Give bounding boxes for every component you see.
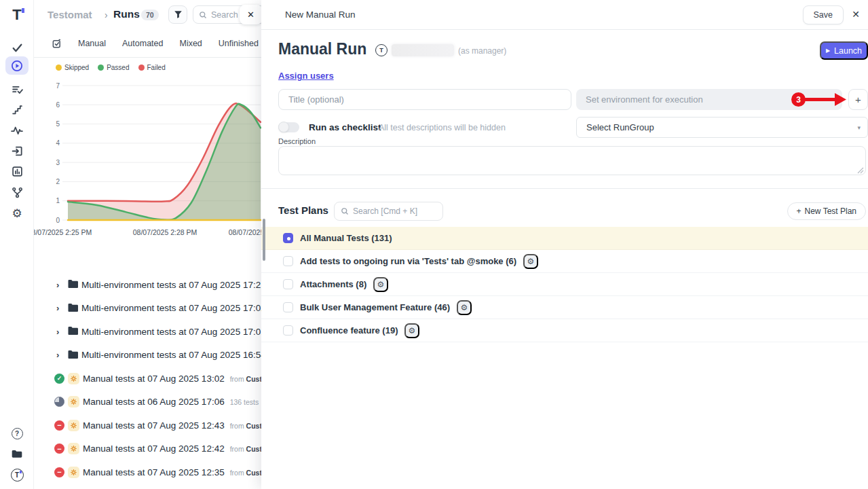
breadcrumb-page[interactable]: Runs (113, 8, 140, 20)
pulse-icon[interactable] (8, 122, 26, 139)
help-icon[interactable]: ? (8, 424, 26, 442)
breadcrumb-app[interactable]: Testomat (48, 9, 92, 20)
projects-icon[interactable] (8, 445, 26, 463)
test-plan-row[interactable]: Bulk User Management Feature (46)⚙ (261, 296, 868, 319)
test-plans-heading: Test Plans (278, 204, 328, 216)
manager-avatar: T (375, 44, 388, 56)
test-plan-checkbox[interactable] (283, 325, 293, 336)
run-source-label: from Custom (230, 469, 261, 477)
add-environment-button[interactable]: + (848, 89, 868, 110)
test-plan-row[interactable]: Confluence feature (19)⚙ (261, 319, 868, 342)
scrollbar-thumb[interactable] (263, 219, 265, 261)
chevron-right-icon[interactable]: › (56, 280, 59, 290)
test-plans-search[interactable] (334, 202, 443, 221)
run-folder-row[interactable]: ›Multi-environment tests at 07 Aug 2025 … (34, 320, 261, 344)
manager-name-redacted (392, 44, 454, 56)
gear-icon[interactable]: ⚙ (8, 204, 26, 222)
run-row[interactable]: −Manual tests at 07 Aug 2025 12:35from C… (34, 460, 261, 484)
test-plan-row[interactable]: Add tests to ongoing run via 'Tests' tab… (261, 250, 868, 273)
run-folder-row[interactable]: ›Multi-environment tests at 07 Aug 2025 … (34, 273, 261, 297)
filter-button[interactable] (168, 5, 187, 24)
run-tests-count: 136 tests (230, 398, 259, 406)
search-icon (199, 11, 207, 19)
x-axis-tick-label: 08/07/2025 2:28 PM (133, 228, 197, 236)
play-icon: ▶ (826, 48, 830, 54)
import-icon[interactable] (8, 142, 26, 160)
close-drawer-icon[interactable]: ✕ (852, 9, 860, 20)
checklist-hint: All test descriptions will be hidden (379, 123, 506, 132)
checklist-icon[interactable] (8, 80, 26, 98)
tab-mixed[interactable]: Mixed (179, 39, 202, 48)
test-plan-label: All Manual Tests (131) (300, 233, 392, 243)
run-title-input[interactable] (278, 89, 571, 110)
run-title: Manual tests at 06 Aug 2025 17:06136 tes… (83, 397, 259, 407)
test-plan-row[interactable]: Attachments (8)⚙ (261, 273, 868, 296)
run-row[interactable]: Manual tests at 06 Aug 2025 17:06136 tes… (34, 391, 261, 414)
test-plan-label: Bulk User Management Feature (46) (300, 302, 450, 312)
analytics-icon[interactable] (8, 162, 26, 180)
legend-item: Passed (98, 64, 129, 71)
run-folder-row[interactable]: ›Multi-environment tests at 07 Aug 2025 … (34, 297, 261, 321)
section-divider (261, 188, 868, 189)
svg-text:4: 4 (56, 139, 60, 147)
check-icon[interactable] (8, 39, 26, 56)
new-test-plan-button[interactable]: + New Test Plan (787, 202, 867, 220)
runs-panel: Testomat › Runs 70 ✕ Manual Automated Mi… (34, 0, 261, 489)
legend-item: Failed (138, 64, 166, 71)
legend-dot-icon (98, 65, 104, 71)
tab-unfinished[interactable]: Unfinished (219, 39, 259, 48)
rungroup-select[interactable]: Select RunGroup ▾ (576, 117, 868, 138)
steps-icon[interactable] (8, 101, 26, 118)
run-source-label: from Custom (230, 375, 261, 383)
profile-avatar[interactable]: T (8, 466, 26, 484)
run-title: Manual tests at 07 Aug 2025 12:42from Cu… (83, 443, 261, 454)
test-plan-settings-gear-icon[interactable]: ⚙ (523, 254, 538, 269)
svg-text:3: 3 (56, 159, 60, 166)
chart-legend: SkippedPassedFailed (56, 64, 166, 71)
run-source-label: from Custom (230, 422, 261, 430)
sidebar: T ⚙ ? (0, 0, 34, 489)
description-label: Description (278, 137, 316, 145)
chevron-right-icon[interactable]: › (56, 350, 59, 360)
test-plan-settings-gear-icon[interactable]: ⚙ (373, 277, 388, 292)
test-plan-checkbox[interactable] (283, 256, 293, 266)
runs-list: ›Multi-environment tests at 07 Aug 2025 … (34, 273, 261, 484)
legend-dot-icon (56, 65, 62, 71)
manual-run-icon (68, 443, 79, 454)
chevron-down-icon: ▾ (857, 124, 861, 131)
close-search-button[interactable]: ✕ (240, 5, 261, 24)
runs-icon[interactable] (8, 57, 26, 75)
run-row[interactable]: −Manual tests at 07 Aug 2025 12:42from C… (34, 437, 261, 461)
launch-button[interactable]: ▶ Launch (820, 41, 868, 60)
runs-count-badge: 70 (141, 10, 159, 20)
save-button[interactable]: Save (803, 5, 844, 24)
run-folder-row[interactable]: ›Multi-environment tests at 07 Aug 2025 … (34, 344, 261, 367)
test-plan-checkbox[interactable] (283, 279, 293, 289)
tab-automated[interactable]: Automated (122, 39, 163, 48)
manual-run-icon (68, 396, 79, 408)
tab-manual[interactable]: Manual (78, 39, 106, 48)
status-failed-icon: − (54, 467, 64, 477)
testomat-logo[interactable]: T (8, 6, 26, 24)
folder-icon (68, 279, 79, 291)
test-plan-checkbox-checked[interactable] (283, 233, 293, 243)
run-title: Manual tests at 07 Aug 2025 12:35from Cu… (83, 467, 261, 477)
description-textarea[interactable] (278, 146, 866, 175)
run-row[interactable]: ✓Manual tests at 07 Aug 2025 13:02from C… (34, 367, 261, 391)
resize-handle-icon[interactable] (857, 167, 864, 174)
test-plan-row[interactable]: All Manual Tests (131) (261, 227, 868, 250)
chevron-right-icon[interactable]: › (56, 327, 59, 337)
run-row[interactable]: −Manual tests at 07 Aug 2025 12:43from C… (34, 414, 261, 437)
branch-icon[interactable] (8, 183, 26, 201)
run-as-checklist-toggle[interactable] (278, 122, 299, 132)
assign-users-link[interactable]: Assign users (278, 71, 334, 81)
test-plans-list: All Manual Tests (131)Add tests to ongoi… (261, 227, 868, 342)
chevron-right-icon[interactable]: › (56, 303, 59, 313)
test-plan-checkbox[interactable] (283, 302, 293, 312)
test-plan-settings-gear-icon[interactable]: ⚙ (457, 300, 472, 315)
drawer-title: New Manual Run (285, 10, 356, 20)
search-icon (341, 207, 349, 215)
test-plans-search-input[interactable] (353, 206, 428, 216)
test-plan-settings-gear-icon[interactable]: ⚙ (404, 323, 419, 338)
select-all-icon[interactable] (52, 39, 62, 49)
